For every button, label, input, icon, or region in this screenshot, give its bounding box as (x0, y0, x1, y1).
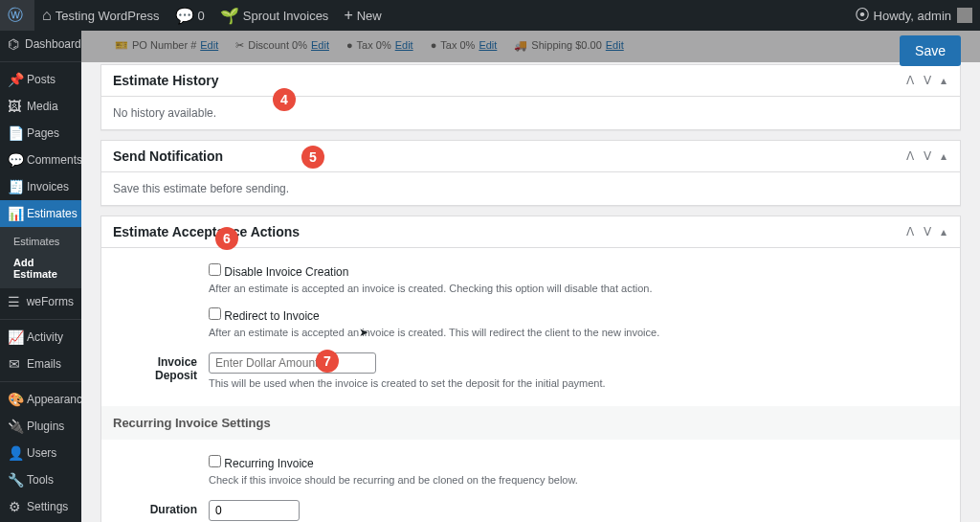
sprout-icon: 🌱 (220, 7, 239, 25)
shipping-edit-link[interactable]: Edit (606, 39, 624, 51)
move-down-icon[interactable]: ᐯ (922, 74, 933, 87)
sidebar-item-estimates[interactable]: 📊Estimates (0, 200, 81, 227)
coin-icon: ● (346, 39, 353, 51)
home-icon: ⌂ (42, 7, 52, 24)
cursor-icon: ➤ (359, 326, 368, 339)
recurring-desc: Check if this invoice should be recurrin… (209, 473, 735, 488)
account-link[interactable]: ⦿Howdy, admin (847, 0, 980, 31)
toggle-icon[interactable]: ▴ (939, 149, 948, 163)
redirect-invoice-checkbox[interactable] (209, 307, 221, 320)
settings-icon: ⚙ (8, 499, 21, 514)
sidebar-item-pages[interactable]: 📄Pages (0, 120, 81, 147)
sidebar-item-comments[interactable]: 💬Comments (0, 147, 81, 173)
plus-icon: + (344, 7, 352, 24)
page-icon: 📄 (8, 125, 21, 141)
po-edit-link[interactable]: Edit (200, 39, 218, 51)
tax1-edit-link[interactable]: Edit (395, 39, 413, 51)
send-notification-header: Send Notification ᐱ ᐯ ▴ (101, 141, 960, 172)
annotation-badge-5: 5 (301, 146, 324, 169)
duration-label: Duration (113, 500, 209, 516)
sidebar-item-posts[interactable]: 📌Posts (0, 66, 81, 93)
tax2-edit-link[interactable]: Edit (479, 39, 497, 51)
email-icon: ✉ (8, 356, 21, 372)
wordpress-icon: ⓦ (8, 6, 23, 26)
activity-icon: 📈 (8, 329, 21, 345)
estimate-history-title: Estimate History (113, 73, 904, 88)
sidebar-item-users[interactable]: 👤Users (0, 440, 81, 466)
redirect-invoice-checkbox-label[interactable]: Redirect to Invoice (209, 309, 320, 323)
invoice-deposit-label: Invoice Deposit (113, 352, 209, 382)
move-up-icon[interactable]: ᐱ (904, 149, 916, 163)
recurring-checkbox-label[interactable]: Recurring Invoice (209, 457, 314, 470)
estimate-top-strip: 🎫PO Number # Edit ✂Discount 0% Edit ●Tax… (100, 31, 961, 59)
disable-invoice-checkbox-label[interactable]: Disable Invoice Creation (209, 265, 348, 279)
sidebar-item-tools[interactable]: 🔧Tools (0, 466, 81, 493)
sidebar-item-media[interactable]: 🖼Media (0, 93, 81, 120)
send-notification-box: Send Notification ᐱ ᐯ ▴ Save this estima… (100, 140, 961, 206)
acceptance-actions-body: Disable Invoice Creation After an estima… (101, 248, 960, 522)
redirect-invoice-desc: After an estimate is accepted an invoice… (209, 326, 735, 340)
ticket-icon: 🎫 (115, 39, 128, 52)
sprout-invoices-link[interactable]: 🌱Sprout Invoices (212, 0, 337, 31)
estimate-history-body: No history available. (101, 97, 960, 129)
recurring-settings-heading: Recurring Invoice Settings (101, 406, 960, 440)
pin-icon: 📌 (8, 72, 21, 87)
sidebar-item-dashboard[interactable]: ⌬Dashboard (0, 31, 81, 57)
invoice-deposit-desc: This will be used when the invoice is cr… (209, 376, 735, 391)
submenu-estimates-list[interactable]: Estimates (0, 231, 81, 252)
move-up-icon[interactable]: ᐱ (904, 74, 916, 87)
tools-icon: 🔧 (8, 472, 21, 488)
main-content: Save 🎫PO Number # Edit ✂Discount 0% Edit… (81, 31, 980, 522)
send-notification-body: Save this estimate before sending. (101, 172, 960, 205)
invoice-deposit-input[interactable] (209, 352, 376, 374)
tax2-item: ●Tax 0% Edit (431, 39, 498, 51)
admin-sidebar: ⌬Dashboard 📌Posts 🖼Media 📄Pages 💬Comment… (0, 31, 81, 522)
appearance-icon: 🎨 (8, 392, 21, 407)
acceptance-actions-box: Estimate Acceptance Actions ᐱ ᐯ ▴ Disabl… (100, 216, 961, 522)
move-down-icon[interactable]: ᐯ (922, 225, 933, 238)
sidebar-item-weforms[interactable]: ☰weForms (0, 288, 81, 315)
toggle-icon[interactable]: ▴ (939, 74, 948, 87)
move-up-icon[interactable]: ᐱ (904, 225, 916, 238)
sidebar-item-settings[interactable]: ⚙Settings (0, 493, 81, 520)
comment-count: 0 (198, 9, 205, 23)
media-icon: 🖼 (8, 99, 21, 114)
discount-edit-link[interactable]: Edit (311, 39, 329, 51)
admin-bar: ⓦ ⌂Testing WordPress 💬0 🌱Sprout Invoices… (0, 0, 980, 31)
sidebar-item-plugins[interactable]: 🔌Plugins (0, 413, 81, 440)
sidebar-item-invoices[interactable]: 🧾Invoices (0, 173, 81, 200)
comment-icon: 💬 (175, 7, 194, 25)
scissors-icon: ✂ (235, 39, 244, 52)
avatar (957, 8, 972, 23)
site-home-link[interactable]: ⌂Testing WordPress (34, 0, 167, 31)
new-content-link[interactable]: +New (336, 0, 389, 31)
sidebar-item-appearance[interactable]: 🎨Appearance (0, 386, 81, 413)
annotation-badge-7: 7 (316, 350, 339, 373)
disable-invoice-checkbox[interactable] (209, 263, 221, 276)
save-button[interactable]: Save (900, 35, 961, 66)
estimates-submenu: Estimates Add Estimate (0, 227, 81, 288)
sidebar-item-emails[interactable]: ✉Emails (0, 351, 81, 377)
tax1-item: ●Tax 0% Edit (346, 39, 413, 51)
disable-invoice-desc: After an estimate is accepted an invoice… (209, 282, 735, 296)
annotation-badge-6: 6 (215, 227, 238, 250)
estimate-icon: 📊 (8, 206, 21, 221)
truck-icon: 🚚 (514, 39, 527, 52)
wp-logo[interactable]: ⓦ (0, 0, 34, 31)
recurring-checkbox[interactable] (209, 455, 221, 467)
estimate-history-header: Estimate History ᐱ ᐯ ▴ (101, 65, 960, 97)
submenu-add-estimate[interactable]: Add Estimate (0, 252, 81, 284)
sidebar-item-activity[interactable]: 📈Activity (0, 324, 81, 351)
invoice-icon: 🧾 (8, 179, 21, 194)
toggle-icon[interactable]: ▴ (939, 225, 948, 238)
shipping-item: 🚚Shipping $0.00 Edit (514, 39, 623, 52)
comment-icon: 💬 (8, 152, 21, 168)
move-down-icon[interactable]: ᐯ (922, 149, 933, 163)
discount-item: ✂Discount 0% Edit (235, 39, 329, 52)
po-number-item: 🎫PO Number # Edit (115, 39, 218, 52)
plugin-icon: 🔌 (8, 419, 21, 434)
coin-icon: ● (431, 39, 437, 51)
comments-link[interactable]: 💬0 (167, 0, 212, 31)
duration-input[interactable] (209, 500, 300, 521)
forms-icon: ☰ (8, 294, 21, 309)
